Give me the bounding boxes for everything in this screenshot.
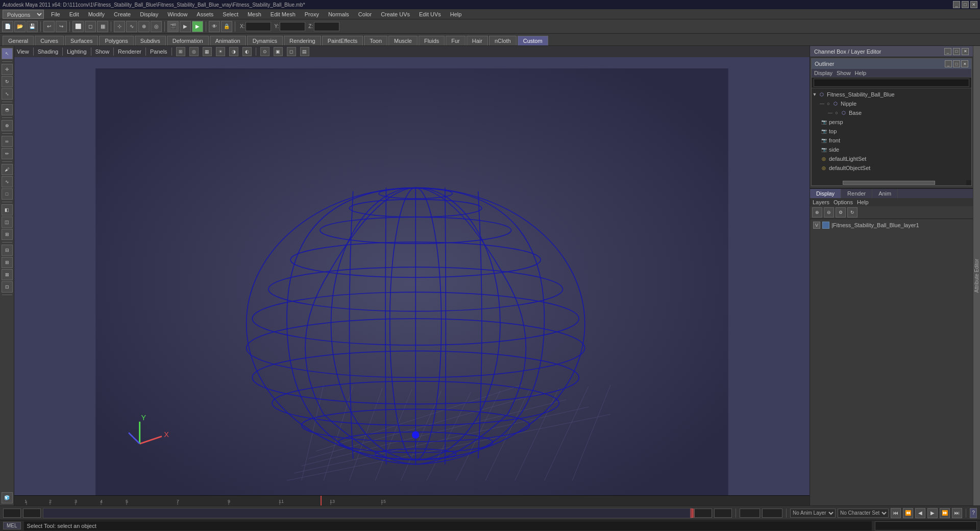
timeline-help-btn[interactable]: ? xyxy=(970,508,977,518)
tab-painteffects[interactable]: PaintEffects xyxy=(322,36,363,45)
tab-hair[interactable]: Hair xyxy=(467,36,488,45)
sculpt-btn[interactable]: 🖌 xyxy=(2,164,13,175)
viewport-main[interactable]: View Shading Lighting Show Renderer Pane… xyxy=(14,46,810,495)
coord-z-input[interactable] xyxy=(314,22,339,31)
render-layer-btn[interactable]: ◫ xyxy=(2,216,13,228)
ol-item-persp[interactable]: 📷 persp xyxy=(812,117,971,127)
open-scene-btn[interactable]: 📂 xyxy=(14,21,26,32)
rotate-tool-btn[interactable]: ↻ xyxy=(2,76,13,87)
show-menu[interactable]: Show xyxy=(95,49,110,55)
outliner-hscrollbar[interactable] xyxy=(812,180,966,185)
anim-layer-btn[interactable]: ⊞ xyxy=(2,229,13,240)
curve-tool-btn[interactable]: ∿ xyxy=(2,176,13,187)
wireframe-btn[interactable]: ⊞ xyxy=(176,47,185,56)
layer-options-btn[interactable]: ⚙ xyxy=(836,207,846,218)
range-start-input[interactable]: 1.00 xyxy=(3,509,21,518)
menu-normals[interactable]: Normals xyxy=(326,10,351,18)
minimize-button[interactable]: _ xyxy=(953,1,960,8)
quick-layout-btn3[interactable]: ⊠ xyxy=(2,269,13,280)
tab-dynamics[interactable]: Dynamics xyxy=(247,36,283,45)
lighting-btn[interactable]: ☀ xyxy=(216,47,225,56)
menu-create[interactable]: Create xyxy=(112,10,133,18)
menu-create-uvs[interactable]: Create UVs xyxy=(379,10,412,18)
outliner-close-btn[interactable]: ✕ xyxy=(961,60,968,67)
lighting-menu[interactable]: Lighting xyxy=(67,49,87,55)
snap-to-point-btn[interactable]: ⊕ xyxy=(138,21,150,32)
tab-curves[interactable]: Curves xyxy=(35,36,64,45)
ol-item-base[interactable]: — ○ ⬡ Base xyxy=(812,108,971,117)
new-scene-btn[interactable]: 📄 xyxy=(2,21,13,32)
anim-layer-selector[interactable]: No Anim Layer xyxy=(790,509,836,518)
xray-btn[interactable]: ◻ xyxy=(287,47,296,56)
menu-display[interactable]: Display xyxy=(138,10,160,18)
renderer-menu[interactable]: Renderer xyxy=(118,49,141,55)
select-by-component-btn[interactable]: ▦ xyxy=(97,21,108,32)
render-settings-btn[interactable]: 🎬 xyxy=(167,21,179,32)
play-forward-btn[interactable]: ▶ xyxy=(927,508,938,518)
tab-fluids[interactable]: Fluids xyxy=(419,36,445,45)
layer-tab-render[interactable]: Render xyxy=(841,189,872,198)
outliner-minimize-btn[interactable]: _ xyxy=(945,60,952,67)
ipr-btn[interactable]: ▶ xyxy=(192,21,203,32)
layer-visibility-toggle[interactable]: V xyxy=(813,222,820,229)
snap-to-view-btn[interactable]: ◎ xyxy=(151,21,162,32)
ol-item-side[interactable]: 📷 side xyxy=(812,145,971,154)
layer-subtab-options[interactable]: Options xyxy=(834,199,853,205)
snap-to-grid-btn[interactable]: ⊹ xyxy=(114,21,125,32)
tab-rendering[interactable]: Rendering xyxy=(284,36,321,45)
cb-close-btn[interactable]: ✕ xyxy=(962,48,969,55)
menu-file[interactable]: File xyxy=(49,10,62,18)
smooth-btn[interactable]: ◎ xyxy=(189,47,199,56)
cb-maximize-btn[interactable]: □ xyxy=(953,48,960,55)
layer-create-btn[interactable]: ⊕ xyxy=(812,207,822,218)
outliner-search[interactable] xyxy=(814,79,969,87)
menu-color[interactable]: Color xyxy=(356,10,374,18)
range-end-input2[interactable]: 24 xyxy=(714,509,732,518)
lock-btn[interactable]: 🔒 xyxy=(221,21,232,32)
surface-tool-btn[interactable]: □ xyxy=(2,188,13,200)
menu-modify[interactable]: Modify xyxy=(86,10,107,18)
step-forward-btn[interactable]: ⏩ xyxy=(940,508,950,518)
menu-assets[interactable]: Assets xyxy=(194,10,215,18)
layer-refresh-btn[interactable]: ↻ xyxy=(847,207,857,218)
character-set-selector[interactable]: No Character Set xyxy=(838,509,889,518)
mode-selector[interactable]: PolygonsAnimationRenderingDynamics xyxy=(3,10,44,19)
coord-x-input[interactable] xyxy=(246,22,271,31)
outliner-hscroll-thumb[interactable] xyxy=(843,181,936,185)
undo-btn[interactable]: ↩ xyxy=(43,21,55,32)
layer-tab-display[interactable]: Display xyxy=(810,189,841,198)
outliner-help-menu[interactable]: Help xyxy=(855,70,867,76)
textured-btn[interactable]: ▦ xyxy=(203,47,212,56)
show-hide-btn[interactable]: 👁 xyxy=(209,21,220,32)
display-layer-btn[interactable]: ◧ xyxy=(2,204,13,215)
show-manip-btn[interactable]: ⊕ xyxy=(2,120,13,131)
view-menu[interactable]: View xyxy=(17,49,29,55)
menu-help[interactable]: Help xyxy=(448,10,464,18)
menu-edit-uvs[interactable]: Edit UVs xyxy=(417,10,443,18)
shadow-btn[interactable]: ◑ xyxy=(229,47,238,56)
ambient-btn[interactable]: ◐ xyxy=(242,47,252,56)
select-tool-btn[interactable]: ↖ xyxy=(2,48,13,59)
tab-toon[interactable]: Toon xyxy=(364,36,387,45)
maximize-button[interactable]: □ xyxy=(962,1,969,8)
range-start-input2[interactable]: 1.00 xyxy=(23,509,41,518)
texture-res-btn[interactable]: ▤ xyxy=(300,47,309,56)
timeline-scrubber[interactable] xyxy=(43,508,692,518)
outliner-restore-btn[interactable]: □ xyxy=(953,60,960,67)
play-back-btn[interactable]: ◀ xyxy=(915,508,925,518)
select-by-hierarchy-btn[interactable]: ⬜ xyxy=(72,21,84,32)
menu-proxy[interactable]: Proxy xyxy=(303,10,321,18)
tab-fur[interactable]: Fur xyxy=(446,36,465,45)
tab-animation[interactable]: Animation xyxy=(210,36,246,45)
menu-edit[interactable]: Edit xyxy=(67,10,81,18)
step-back-btn[interactable]: ⏪ xyxy=(903,508,913,518)
save-scene-btn[interactable]: 💾 xyxy=(27,21,38,32)
resolution-btn[interactable]: ▣ xyxy=(274,47,283,56)
tab-surfaces[interactable]: Surfaces xyxy=(65,36,98,45)
soft-select-btn[interactable]: ◓ xyxy=(2,104,13,115)
tab-custom[interactable]: Custom xyxy=(518,36,548,45)
select-by-object-btn[interactable]: ◻ xyxy=(85,21,96,32)
snap-to-curve-btn[interactable]: ∿ xyxy=(126,21,137,32)
view-cube-btn[interactable]: 🧊 xyxy=(2,492,13,503)
outliner-show-menu[interactable]: Show xyxy=(837,70,851,76)
